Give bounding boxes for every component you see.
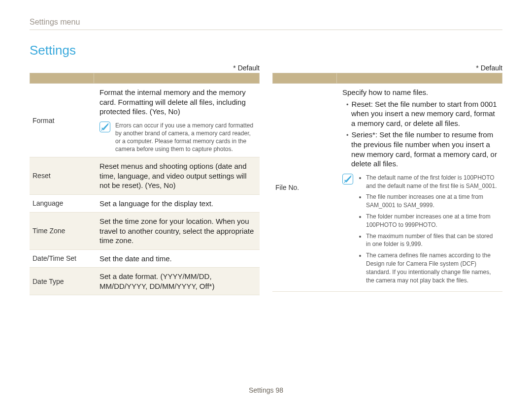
settings-table-right: File No. Specify how to name ﬁles. Reset…	[272, 84, 502, 292]
setting-desc: Set the date and time.	[97, 249, 260, 268]
table-row: Date Type Set a date format. (YYYY/MM/DD…	[30, 268, 260, 295]
setting-item: Language	[30, 194, 97, 213]
table-row: Reset Reset menus and shooting options (…	[30, 157, 260, 195]
footer-label: Settings	[249, 386, 274, 394]
note-item: The folder number increases one at a tim…	[366, 213, 498, 229]
table-header-right	[272, 73, 502, 84]
left-column: * Default Format Format the internal mem…	[30, 64, 260, 295]
page: Settings menu Settings * Default Format …	[0, 0, 532, 401]
desc-intro: Specify how to name ﬁles.	[342, 88, 498, 97]
notes-list: The default name of the ﬁrst folder is 1…	[358, 174, 498, 288]
table-row: Language Set a language for the display …	[30, 194, 260, 213]
setting-item: Reset	[30, 157, 97, 195]
svg-line-1	[344, 176, 352, 183]
setting-desc: Specify how to name ﬁles. Reset: Set the…	[339, 84, 502, 292]
setting-item: Time Zone	[30, 213, 97, 250]
page-footer: Settings 98	[0, 386, 532, 394]
setting-item: Date/Time Set	[30, 249, 97, 268]
note-icon	[100, 122, 110, 132]
note-item: The default name of the ﬁrst folder is 1…	[366, 174, 498, 190]
content-columns: * Default Format Format the internal mem…	[30, 64, 502, 295]
note-box: Errors can occur if you use a memory car…	[100, 122, 255, 154]
note-item: The maximum number of ﬁles that can be s…	[366, 232, 498, 249]
breadcrumb: Settings menu	[30, 18, 502, 30]
settings-table-left: Format Format the internal memory and th…	[30, 84, 260, 295]
svg-line-0	[101, 123, 109, 130]
table-row: File No. Specify how to name ﬁles. Reset…	[272, 84, 502, 292]
default-note-right: * Default	[272, 64, 502, 72]
desc-text: Format the internal memory and the memor…	[100, 88, 246, 116]
table-header-left	[30, 73, 260, 84]
note-text: Errors can occur if you use a memory car…	[115, 122, 255, 154]
footer-page: 98	[275, 386, 283, 394]
setting-desc: Set a date format. (YYYY/MM/DD, MM/DD/YY…	[97, 268, 260, 295]
table-row: Format Format the internal memory and th…	[30, 84, 260, 157]
note-item: The camera deﬁnes ﬁle names according to…	[366, 251, 498, 284]
default-note-left: * Default	[30, 64, 260, 72]
table-row: Time Zone Set the time zone for your loc…	[30, 213, 260, 250]
setting-desc: Format the internal memory and the memor…	[97, 84, 260, 157]
setting-item: File No.	[272, 84, 339, 292]
setting-desc: Set the time zone for your location. Whe…	[97, 213, 260, 250]
note-icon	[342, 174, 353, 185]
setting-desc: Set a language for the display text.	[97, 194, 260, 213]
desc-bullet: Reset: Set the ﬁle number to start from …	[342, 99, 498, 128]
setting-desc: Reset menus and shooting options (date a…	[97, 157, 260, 195]
note-item: The ﬁle number increases one at a time f…	[366, 193, 498, 210]
setting-item: Date Type	[30, 268, 97, 295]
setting-item: Format	[30, 84, 97, 157]
page-title: Settings	[30, 43, 502, 58]
table-row: Date/Time Set Set the date and time.	[30, 249, 260, 268]
note-box: The default name of the ﬁrst folder is 1…	[342, 174, 498, 288]
desc-bullet: Series*: Set the ﬁle number to resume fr…	[342, 130, 498, 168]
right-column: * Default File No. Specify how to name ﬁ…	[272, 64, 502, 295]
